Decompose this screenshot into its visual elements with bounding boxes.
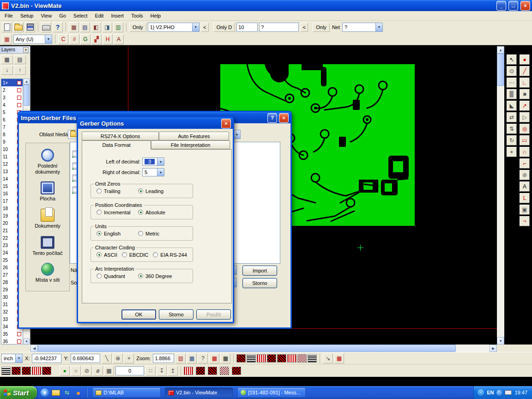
- arc-icon[interactable]: ∩: [520, 147, 530, 157]
- scroll-up-icon[interactable]: ▲: [24, 79, 30, 85]
- menu-item-edit[interactable]: Edit: [91, 12, 107, 19]
- filled-rect-icon[interactable]: ■: [520, 89, 530, 99]
- radio-quadrant[interactable]: Quadrant: [97, 273, 138, 279]
- measure-grid-icon[interactable]: ▥: [113, 22, 123, 32]
- tab-rs274x-options[interactable]: RS274-X Options: [82, 132, 159, 140]
- cancel-button[interactable]: Storno: [159, 309, 193, 320]
- radio-english[interactable]: English: [97, 231, 138, 236]
- refresh-arrows-icon[interactable]: ⇆: [63, 388, 71, 397]
- overlay-pattern-icon[interactable]: [257, 354, 266, 363]
- selection-filter-select[interactable]: Any (U) ▼: [13, 35, 52, 44]
- close-button[interactable]: ×: [520, 1, 530, 11]
- zoom-field[interactable]: 1.8866: [153, 354, 174, 363]
- layer-pattern-icon[interactable]: [32, 367, 41, 375]
- circle-icon[interactable]: ○: [71, 366, 81, 376]
- move-layer-up-icon[interactable]: ↑: [14, 66, 26, 75]
- open-file-icon[interactable]: [13, 22, 24, 32]
- place-tento-po-ta[interactable]: Tento počítač: [27, 236, 68, 256]
- cancel-button[interactable]: Storno: [242, 278, 277, 288]
- place-dokumenty[interactable]: Dokumenty: [27, 209, 68, 229]
- apply-button[interactable]: Použít: [196, 309, 231, 320]
- overlay-pattern-icon[interactable]: [267, 354, 276, 363]
- c-code-icon[interactable]: C: [58, 34, 68, 44]
- left-of-decimal-select[interactable]: 3 ▼: [142, 157, 164, 166]
- radio-leading[interactable]: Leading: [138, 188, 163, 194]
- radio-metric[interactable]: Metric: [138, 231, 159, 236]
- radio-360-degree[interactable]: 360 Degree: [138, 273, 172, 279]
- net-select[interactable]: ? ▼: [342, 23, 383, 32]
- language-indicator[interactable]: EN: [487, 390, 494, 395]
- place-posledn-dokumenty[interactable]: Poslední dokumenty: [27, 149, 68, 175]
- only-layer-button[interactable]: Only: [129, 23, 146, 32]
- scroll-right-icon[interactable]: ▶: [490, 345, 497, 352]
- menu-item-go[interactable]: Go: [55, 12, 70, 19]
- menu-item-setup[interactable]: Setup: [17, 12, 37, 19]
- aperture-list-icon[interactable]: ▤: [80, 22, 90, 32]
- menu-item-select[interactable]: Select: [70, 12, 91, 19]
- taskbar-task-d-mlab[interactable]: D:\MLAB: [92, 387, 161, 398]
- layer-select[interactable]: 1) V2.PHO ▼: [148, 23, 200, 32]
- origin-icon[interactable]: ⊕: [113, 353, 123, 363]
- close-icon[interactable]: ×: [23, 47, 29, 53]
- star-icon[interactable]: ⊛: [520, 170, 530, 180]
- diagonal-measure-icon[interactable]: ╲: [102, 353, 112, 363]
- menu-item-help[interactable]: Help: [147, 12, 165, 19]
- radio-trailing[interactable]: Trailing: [97, 188, 138, 194]
- film-pattern-icon[interactable]: [184, 367, 193, 375]
- keyboard-icon[interactable]: [505, 390, 512, 395]
- g-code-icon[interactable]: G: [80, 34, 91, 44]
- vertical-scroll-thumb[interactable]: [497, 54, 504, 86]
- film-pattern-icon[interactable]: [232, 367, 241, 375]
- zoom-grid-icon[interactable]: ▦: [187, 353, 197, 363]
- overlay-pattern-icon[interactable]: [277, 354, 286, 363]
- rotate-icon[interactable]: ↻: [507, 135, 517, 145]
- layer-row[interactable]: 35: [1, 330, 23, 338]
- overlay-pattern-icon[interactable]: [308, 354, 317, 363]
- taskbar-task-191-482-091-mess[interactable]: [191-482-091] - Mess...: [237, 387, 306, 398]
- overlay-pattern-icon[interactable]: [236, 354, 246, 363]
- film-box-icon[interactable]: ◧: [91, 22, 101, 32]
- box-icon[interactable]: ▣: [520, 205, 530, 215]
- scroll-up-icon[interactable]: ▲: [497, 46, 504, 54]
- y-coordinate-field[interactable]: 0.690643: [71, 354, 100, 363]
- dot-grid-icon[interactable]: ∷: [145, 366, 156, 376]
- hook-icon[interactable]: ¬: [520, 216, 530, 226]
- save-icon[interactable]: [25, 22, 35, 32]
- tab-data-format[interactable]: Data Format: [82, 140, 151, 150]
- no-fill-icon[interactable]: ⊘: [82, 366, 92, 376]
- pointer-icon[interactable]: ↖: [507, 54, 517, 65]
- menu-item-tools[interactable]: Tools: [127, 12, 147, 19]
- show-all-layers-icon[interactable]: ▦: [1, 55, 13, 64]
- layer-pattern-icon[interactable]: [12, 367, 21, 375]
- start-button[interactable]: Start: [0, 386, 37, 399]
- grid-red-icon[interactable]: ▦: [209, 353, 219, 363]
- prev-dcode-button[interactable]: <: [300, 23, 308, 32]
- dcode-query-field[interactable]: ?: [259, 23, 299, 32]
- crosshair-icon[interactable]: +: [124, 353, 134, 363]
- center-icon[interactable]: ⌖: [507, 147, 517, 157]
- zoom-query-icon[interactable]: ?: [198, 353, 208, 363]
- prev-layer-button[interactable]: <: [201, 23, 209, 32]
- x-coordinate-field[interactable]: -0.942237: [32, 354, 61, 363]
- layer-pattern-icon[interactable]: [1, 367, 11, 375]
- place-m-sta-v-s-ti[interactable]: Místa v síti: [27, 263, 68, 283]
- scroll-left-icon[interactable]: ◀: [30, 345, 38, 352]
- layer-pattern-icon[interactable]: [22, 367, 31, 375]
- units-select[interactable]: inch ▼: [1, 354, 23, 363]
- layers-panel-header[interactable]: Layers ×: [0, 46, 30, 54]
- select-pad-icon[interactable]: ⊙: [507, 66, 517, 76]
- film-pattern-icon[interactable]: [220, 367, 229, 375]
- pan-icon[interactable]: ↘: [323, 353, 333, 363]
- trace-icon[interactable]: ╱: [520, 66, 530, 76]
- l-shape-icon[interactable]: L: [520, 193, 530, 203]
- ok-button[interactable]: OK: [121, 309, 156, 320]
- overlay-pattern-icon[interactable]: [287, 354, 296, 363]
- right-of-decimal-select[interactable]: 5 ▼: [142, 168, 164, 176]
- elbow-trace-icon[interactable]: ∟: [520, 78, 530, 88]
- menu-item-insert[interactable]: Insert: [107, 12, 127, 19]
- measure-angle-icon[interactable]: ◣: [507, 101, 517, 111]
- browser-icon[interactable]: ●: [74, 388, 82, 397]
- overlay-pattern-icon[interactable]: [247, 354, 256, 363]
- taskbar-task-v2-bin-viewmate[interactable]: V2.bin - ViewMate: [165, 387, 233, 398]
- context-help-icon[interactable]: ?: [53, 22, 63, 32]
